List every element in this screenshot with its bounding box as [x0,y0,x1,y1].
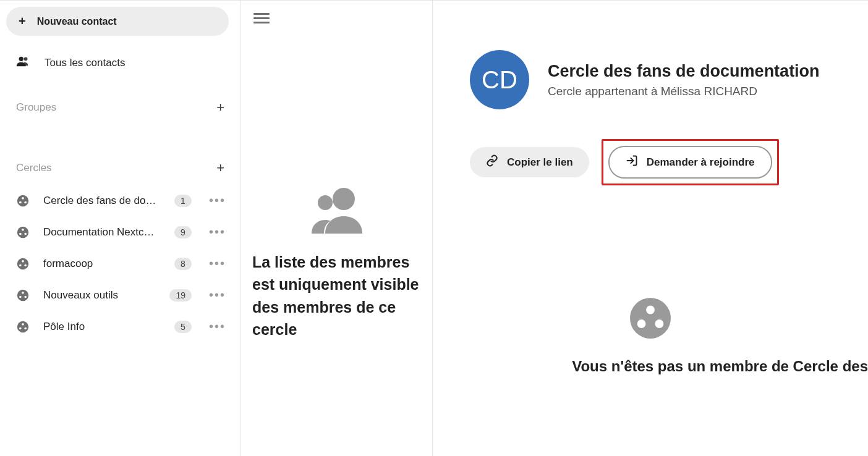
circle-icon [16,194,30,208]
new-contact-label: Nouveau contact [37,16,117,27]
svg-point-14 [17,289,28,300]
not-member-text: Vous n'êtes pas un membre de Cercle des [433,358,868,375]
svg-point-1 [24,57,28,61]
svg-point-7 [22,229,24,231]
svg-point-4 [19,201,22,203]
circle-label: Nouveaux outils [43,289,156,302]
svg-point-26 [646,306,655,315]
svg-point-21 [24,327,27,329]
circle-icon [16,320,30,334]
circle-label: Pôle Info [43,321,161,333]
detail-header: CD Cercle des fans de documentation Cerc… [470,50,868,109]
link-icon [486,154,498,170]
svg-point-3 [22,197,24,200]
action-row: Copier le lien Demander à rejoindre [470,139,868,185]
circles-label: Cercles [16,162,52,174]
circle-count-badge: 19 [169,289,192,302]
svg-point-0 [19,57,23,61]
more-icon[interactable]: ••• [205,225,229,239]
detail-panel: CD Cercle des fans de documentation Cerc… [433,1,868,456]
svg-point-12 [19,264,22,266]
detail-title-block: Cercle des fans de documentation Cercle … [548,62,820,98]
plus-icon: + [19,14,26,28]
circle-title: Cercle des fans de documentation [548,62,820,81]
request-join-label: Demander à rejoindre [647,156,755,169]
menu-icon[interactable] [253,13,270,23]
more-icon[interactable]: ••• [205,193,229,208]
svg-point-6 [17,226,28,237]
request-join-button[interactable]: Demander à rejoindre [608,146,772,179]
svg-point-23 [318,195,333,210]
circle-item[interactable]: Nouveaux outils 19 ••• [6,279,234,311]
svg-point-9 [24,232,27,235]
more-icon[interactable]: ••• [205,319,229,334]
circle-count-badge: 1 [174,195,192,207]
circle-item[interactable]: Documentation Nextc… 9 ••• [6,216,234,248]
new-contact-button[interactable]: + Nouveau contact [6,7,229,36]
circle-avatar: CD [470,50,529,109]
svg-point-27 [637,319,646,328]
svg-point-11 [22,260,24,263]
avatar-initials: CD [482,66,517,94]
contacts-icon [16,54,30,71]
more-icon[interactable]: ••• [205,256,229,271]
svg-point-17 [24,295,27,298]
svg-point-5 [24,201,27,203]
circle-item[interactable]: Cercle des fans de doc… 1 ••• [6,185,234,216]
copy-link-label: Copier le lien [507,156,573,169]
circle-icon [16,257,30,271]
all-contacts-item[interactable]: Tous les contacts [6,47,234,78]
circle-label: Cercle des fans de doc… [43,195,161,207]
copy-link-button[interactable]: Copier le lien [470,147,589,177]
circle-count-badge: 5 [174,321,192,333]
svg-point-19 [22,323,24,326]
circle-icon [16,289,30,302]
svg-point-16 [19,295,22,298]
sidebar: + Nouveau contact Tous les contacts Grou… [0,1,241,456]
app-root: + Nouveau contact Tous les contacts Grou… [0,0,868,456]
add-group-button[interactable]: + [216,99,224,116]
circle-label: Documentation Nextc… [43,226,161,239]
svg-point-20 [19,327,22,329]
groups-label: Groupes [16,101,56,114]
circle-count-badge: 8 [174,258,192,270]
groups-header: Groupes + [6,91,234,124]
svg-point-8 [19,232,22,235]
members-notice: La liste des membres est uniquement visi… [252,251,421,340]
circle-item[interactable]: formacoop 8 ••• [6,248,234,279]
middle-column: La liste des membres est uniquement visi… [241,1,433,456]
not-member-section: Vous n'êtes pas un membre de Cercle des [433,296,868,375]
circles-header: Cercles + [6,151,234,185]
svg-point-15 [22,292,24,294]
circle-subtitle: Cercle appartenant à Mélissa RICHARD [548,85,820,98]
circle-label: formacoop [43,258,161,270]
add-circle-button[interactable]: + [216,160,224,176]
svg-point-10 [17,258,28,269]
svg-point-25 [630,298,671,339]
circle-count-badge: 9 [174,226,192,239]
circle-large-icon [628,296,673,340]
more-icon[interactable]: ••• [205,288,229,302]
highlight-annotation: Demander à rejoindre [602,139,779,185]
all-contacts-label: Tous les contacts [45,57,125,69]
svg-point-13 [24,264,27,266]
circle-item[interactable]: Pôle Info 5 ••• [6,311,234,342]
svg-point-22 [333,188,355,210]
svg-point-28 [655,319,664,328]
circle-icon [16,226,30,239]
svg-point-18 [17,321,28,332]
members-icon [252,184,421,234]
login-icon [626,154,638,170]
svg-point-2 [17,195,28,206]
